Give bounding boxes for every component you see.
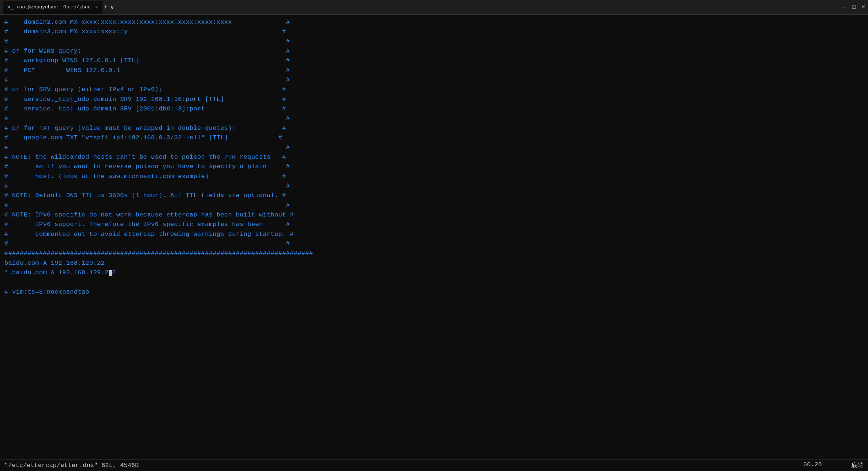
line-7: # # bbox=[4, 75, 864, 85]
statusbar: "/etc/ettercap/etter.dns" 62L, 4546B 60,… bbox=[0, 459, 868, 471]
line-empty bbox=[4, 278, 864, 287]
tab-dropdown-button[interactable]: ∨ bbox=[111, 4, 114, 11]
line-10: # service._tcp|_udp.domain SRV [2001:db8… bbox=[4, 104, 864, 114]
window-controls: — □ × bbox=[843, 4, 865, 11]
terminal-icon: >_ bbox=[7, 4, 14, 10]
editor-mode: 底端 bbox=[851, 461, 864, 470]
line-13: # google.com TXT "v=spf1 ip4:192.168.0.3… bbox=[4, 133, 864, 143]
maximize-button[interactable]: □ bbox=[852, 4, 856, 11]
line-19: # NOTE: Default DNS TTL is 3600s (1 hour… bbox=[4, 191, 864, 200]
cursor-position: 60,28 bbox=[803, 461, 822, 470]
line-separator: ########################################… bbox=[4, 249, 864, 258]
tab-actions: + ∨ bbox=[104, 4, 114, 11]
titlebar: >_ root@zhouyuhan: /home/zhou × + ∨ — □ … bbox=[0, 0, 868, 15]
line-18: # # bbox=[4, 181, 864, 191]
line-20: # # bbox=[4, 201, 864, 210]
line-3: # # bbox=[4, 37, 864, 46]
line-vim: # vim:ts=8:noexpandtab bbox=[4, 287, 864, 297]
line-4: # or for WINS query: # bbox=[4, 46, 864, 56]
line-15: # NOTE: the wildcarded hosts can't be us… bbox=[4, 152, 864, 162]
line-16: # so if you want to reverse poison you h… bbox=[4, 162, 864, 172]
statusbar-right: 60,28 底端 bbox=[803, 461, 864, 470]
line-14: # # bbox=[4, 143, 864, 152]
new-tab-button[interactable]: + bbox=[104, 4, 108, 11]
line-23: # commented out to avoid ettercap throwi… bbox=[4, 230, 864, 239]
line-12: # or for TXT query (value must be wrappe… bbox=[4, 124, 864, 133]
line-21: # NOTE: IPv6 specific do not work becaus… bbox=[4, 210, 864, 220]
line-24: # # bbox=[4, 239, 864, 249]
text-cursor bbox=[109, 270, 112, 276]
tab-label: root@zhouyuhan: /home/zhou bbox=[16, 4, 91, 10]
window-close-button[interactable]: × bbox=[861, 4, 865, 11]
line-2: # domain3.com MX xxxx:xxxx::y # bbox=[4, 27, 864, 37]
line-17: # host. (look at the www.microsoft.com e… bbox=[4, 172, 864, 181]
minimize-button[interactable]: — bbox=[843, 4, 846, 11]
terminal-body: # domain2.com MX xxxx:xxxx:xxxx:xxxx:xxx… bbox=[0, 15, 868, 459]
line-baidu2: *.baidu.com A 192.168.129.22 bbox=[4, 268, 864, 278]
line-6: # PC* WINS 127.0.0.1 # bbox=[4, 66, 864, 75]
line-22: # IPv6 support. Therefore the IPv6 speci… bbox=[4, 220, 864, 229]
line-8: # or for SRV query (either IPv4 or IPv6)… bbox=[4, 85, 864, 94]
line-9: # service._tcp|_udp.domain SRV 192.168.1… bbox=[4, 95, 864, 104]
line-1: # domain2.com MX xxxx:xxxx:xxxx:xxxx:xxx… bbox=[4, 18, 864, 27]
line-5: # workgroup WINS 127.0.0.1 [TTL] # bbox=[4, 56, 864, 65]
line-baidu1: baidu.com A 192.168.129.22 bbox=[4, 259, 864, 268]
tab-close-button[interactable]: × bbox=[95, 4, 98, 10]
terminal-tab[interactable]: >_ root@zhouyuhan: /home/zhou × bbox=[3, 1, 102, 14]
statusbar-file-info: "/etc/ettercap/etter.dns" 62L, 4546B bbox=[4, 462, 803, 469]
line-11: # # bbox=[4, 114, 864, 123]
